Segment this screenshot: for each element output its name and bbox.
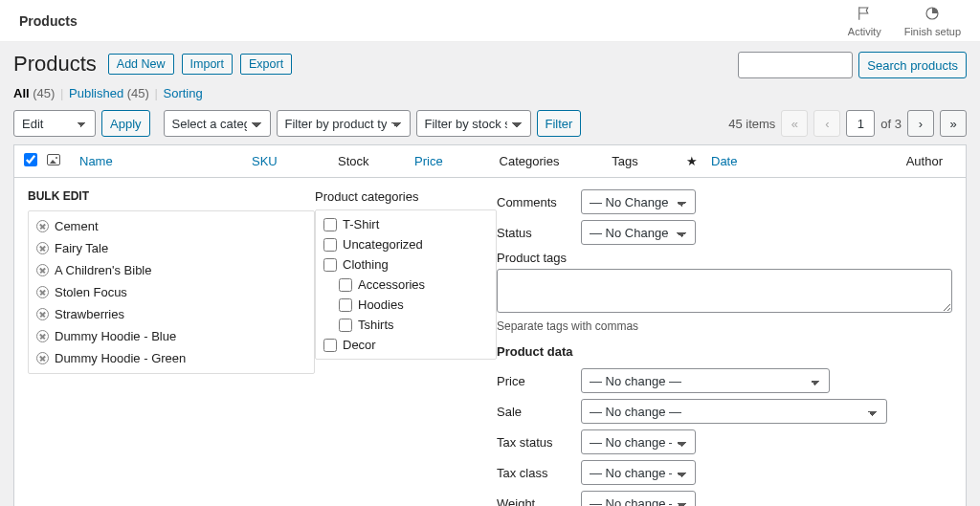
column-price[interactable]: Price <box>414 154 443 168</box>
prev-page-button[interactable]: ‹ <box>813 110 840 137</box>
filter-category-select[interactable]: Select a category <box>164 110 271 137</box>
column-thumbnail <box>47 154 79 168</box>
status-select[interactable]: — No Change — <box>581 220 696 245</box>
bulk-selected-item: Cement <box>29 215 314 237</box>
bulk-selected-label: Dummy Hoodie - Blue <box>55 329 176 343</box>
select-all-checkbox[interactable] <box>24 153 37 166</box>
column-sku[interactable]: SKU <box>252 154 278 168</box>
export-button[interactable]: Export <box>240 54 292 75</box>
remove-icon[interactable] <box>36 286 49 298</box>
filter-sorting[interactable]: Sorting <box>164 86 203 100</box>
category-checkbox[interactable] <box>323 258 337 272</box>
topbar-actions: Activity Finish setup <box>848 5 961 37</box>
tax-class-label: Tax class <box>497 466 571 480</box>
bulk-selected-column: BULK EDIT CementFairy TaleA Children's B… <box>28 189 315 506</box>
next-page-button[interactable]: › <box>907 110 934 137</box>
remove-icon[interactable] <box>36 220 49 232</box>
column-name[interactable]: Name <box>79 154 113 168</box>
category-checkbox[interactable] <box>339 278 352 292</box>
bulk-fields-column: Comments — No Change — Status — No Chang… <box>497 189 952 506</box>
bulk-categories-column: Product categories T-ShirtUncategorizedC… <box>315 189 497 506</box>
comments-select[interactable]: — No Change — <box>581 189 696 214</box>
weight-select[interactable]: — No change — <box>581 491 696 506</box>
bulk-selected-label: Strawberries <box>55 307 124 321</box>
tablenav-top: Edit Apply Select a category Filter by p… <box>13 110 967 137</box>
topbar-item-label: Finish setup <box>904 26 961 37</box>
page-of-text: of 3 <box>880 117 902 131</box>
column-categories: Categories <box>481 154 577 168</box>
remove-icon[interactable] <box>36 352 49 364</box>
bulk-selected-label: Fairy Tale <box>55 241 108 255</box>
current-page-input[interactable] <box>846 110 875 137</box>
sale-label: Sale <box>497 405 571 419</box>
topbar: Products Activity Finish setup <box>0 0 980 42</box>
tax-status-select[interactable]: — No change — <box>581 429 696 454</box>
category-checkbox[interactable] <box>323 238 337 252</box>
bulk-selected-label: A Children's Bible <box>55 263 151 277</box>
bulk-edit-panel: BULK EDIT CementFairy TaleA Children's B… <box>13 177 967 506</box>
column-tags: Tags <box>577 154 673 168</box>
column-date[interactable]: Date <box>711 154 737 168</box>
topbar-title: Products <box>19 13 78 29</box>
bulk-edit-title: BULK EDIT <box>28 189 315 203</box>
bulk-category-item: Hoodies <box>316 295 496 315</box>
category-label: T-Shirt <box>343 217 379 231</box>
tax-status-label: Tax status <box>497 435 571 450</box>
remove-icon[interactable] <box>36 264 49 276</box>
category-label: Tshirts <box>358 318 394 332</box>
filter-published-label[interactable]: Published <box>69 86 123 100</box>
category-label: Uncategorized <box>343 237 423 252</box>
category-checkbox[interactable] <box>339 319 352 332</box>
column-author: Author <box>807 154 956 168</box>
tax-class-select[interactable]: — No change — <box>581 460 696 485</box>
bulk-selected-item: Strawberries <box>29 303 314 325</box>
import-button[interactable]: Import <box>182 54 233 75</box>
filter-button[interactable]: Filter <box>537 110 582 137</box>
bulk-category-item: Tshirts <box>316 315 496 335</box>
finish-setup-button[interactable]: Finish setup <box>904 5 961 37</box>
bulk-selected-item: Dummy Hoodie - Blue <box>29 325 314 347</box>
search-products-button[interactable]: Search products <box>858 52 967 78</box>
activity-button[interactable]: Activity <box>848 5 881 37</box>
page-title: Products <box>13 52 97 77</box>
remove-icon[interactable] <box>36 330 49 342</box>
remove-icon[interactable] <box>36 242 49 254</box>
tablenav-pages: 45 items « ‹ of 3 › » <box>728 110 967 137</box>
category-checkbox[interactable] <box>339 298 352 312</box>
separator: | <box>155 86 158 100</box>
tags-hint: Separate tags with commas <box>497 319 952 333</box>
filter-all-label[interactable]: All <box>13 86 30 100</box>
bulk-category-item: Accessories <box>316 275 496 295</box>
first-page-button[interactable]: « <box>781 110 808 137</box>
product-tags-textarea[interactable] <box>497 269 952 313</box>
filter-all-count: (45) <box>33 86 55 100</box>
bulk-selected-item: A Children's Bible <box>29 259 314 281</box>
products-table-head: Name SKU Stock Price Categories Tags ★ D… <box>13 144 967 177</box>
last-page-button[interactable]: » <box>940 110 967 137</box>
filter-stock-status-select[interactable]: Filter by stock status <box>416 110 531 137</box>
price-select[interactable]: — No change — <box>581 368 830 393</box>
sale-select[interactable]: — No change — <box>581 399 887 424</box>
search-input[interactable] <box>738 52 853 78</box>
bulk-selected-label: Stolen Focus <box>55 285 127 299</box>
category-label: Accessories <box>358 277 425 292</box>
bulk-selected-label: Cement <box>55 219 99 233</box>
bulk-actions-select[interactable]: Edit <box>13 110 96 137</box>
bulk-categories-list: T-ShirtUncategorizedClothingAccessoriesH… <box>315 209 497 360</box>
remove-icon[interactable] <box>36 308 49 320</box>
bulk-selected-item: Fairy Tale <box>29 237 314 259</box>
add-new-button[interactable]: Add New <box>108 54 174 75</box>
filter-product-type-select[interactable]: Filter by product type <box>277 110 411 137</box>
product-data-title: Product data <box>497 344 952 359</box>
bulk-selected-item: Stolen Focus <box>29 281 314 303</box>
progress-icon <box>924 5 941 24</box>
bulk-selected-item: Dummy Hoodie - Green <box>29 347 314 369</box>
category-checkbox[interactable] <box>323 339 337 352</box>
category-checkbox[interactable] <box>323 218 337 231</box>
image-icon <box>47 154 60 165</box>
category-label: Decor <box>343 338 376 352</box>
main-wrap: Products Add New Import Export Search pr… <box>0 42 980 506</box>
category-label: Hoodies <box>358 297 404 312</box>
category-label: Clothing <box>343 257 389 272</box>
apply-button[interactable]: Apply <box>101 110 150 137</box>
